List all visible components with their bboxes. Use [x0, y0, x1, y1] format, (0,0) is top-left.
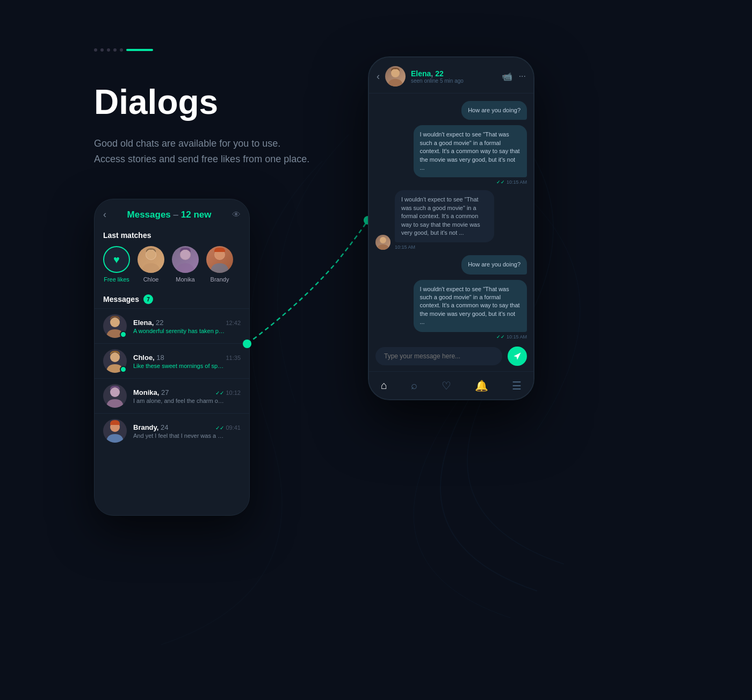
svg-point-8	[110, 387, 120, 397]
chat-avatar-monika	[103, 384, 127, 408]
message-2: I wouldn't expect to see "That was such …	[375, 125, 527, 185]
hide-icon[interactable]: 👁	[232, 210, 241, 220]
chat-avatar-elena	[103, 314, 127, 338]
online-badge-chloe	[120, 366, 127, 373]
svg-point-3	[180, 250, 190, 259]
svg-point-6	[110, 317, 120, 327]
progress-indicator	[94, 48, 153, 52]
chat-name-brandy: Brandy, 24	[133, 423, 169, 431]
chat-name-chloe: Chloe, 18	[133, 353, 164, 362]
msg-bubble-recv-1: I wouldn't expect to see "That was such …	[395, 190, 494, 242]
phone-title: Messages – 12 new	[127, 210, 212, 220]
chat-info-elena: Elena, 22 12:42 A wonderful serenity has…	[133, 319, 241, 334]
receiver-avatar-1	[375, 235, 391, 250]
last-matches-label: Last matches	[95, 227, 249, 246]
match-item-brandy[interactable]: Brandy	[206, 246, 233, 283]
chat-info-brandy: Brandy, 24 ✓✓ 09:41 And yet I feel that …	[133, 423, 241, 439]
match-name-brandy: Brandy	[211, 276, 229, 283]
back-button[interactable]: ‹	[103, 209, 106, 220]
bottom-navigation: ⌂ ⌕ ♡ 🔔 ☰	[369, 371, 533, 399]
match-item-free-likes[interactable]: ♥ Free likes	[103, 246, 130, 283]
nav-heart-icon[interactable]: ♡	[442, 379, 451, 392]
match-item-monika[interactable]: Monika	[172, 246, 199, 283]
msg-bubble-sent-1: How are you doing?	[461, 101, 527, 120]
chat-time-monika: ✓✓ 10:12	[215, 389, 241, 396]
messages-count-badge: 7	[143, 294, 153, 304]
free-likes-circle: ♥	[103, 246, 130, 273]
messages-phone: ‹ Messages – 12 new 👁 Last matches ♥ Fre…	[94, 199, 250, 516]
nav-search-icon[interactable]: ⌕	[411, 379, 417, 392]
chat-avatar-brandy	[103, 419, 127, 443]
chat-info-monika: Monika, 27 ✓✓ 10:12 I am alone, and feel…	[133, 388, 241, 404]
chat-back-button[interactable]: ‹	[377, 71, 380, 82]
chat-preview-monika: I am alone, and feel the charm of existe…	[133, 398, 225, 404]
message-4: How are you doing?	[375, 255, 527, 274]
match-avatar-brandy	[206, 246, 233, 273]
chat-item-monika[interactable]: Monika, 27 ✓✓ 10:12 I am alone, and feel…	[95, 378, 249, 413]
hero-section: Dialogs Good old chats are available for…	[94, 83, 309, 167]
chat-time-chloe: 11:35	[226, 355, 241, 361]
message-1: How are you doing?	[375, 101, 527, 120]
dot-5	[120, 48, 123, 52]
chat-item-elena[interactable]: Elena, 22 12:42 A wonderful serenity has…	[95, 308, 249, 343]
svg-point-1	[146, 250, 156, 259]
chat-item-chloe[interactable]: Chloe, 18 11:35 Like these sweet morning…	[95, 343, 249, 378]
svg-point-12	[391, 69, 400, 77]
page-title: Dialogs	[94, 83, 309, 121]
chat-partner-name: Elena, 22	[411, 69, 496, 78]
chat-item-brandy[interactable]: Brandy, 24 ✓✓ 09:41 And yet I feel that …	[95, 413, 249, 448]
match-name-monika: Monika	[176, 276, 194, 283]
send-button[interactable]	[508, 347, 527, 366]
nav-menu-icon[interactable]: ☰	[512, 379, 522, 392]
chat-partner-status: seen online 5 min ago	[411, 78, 496, 84]
msg-bubble-sent-4: I wouldn't expect to see "That was such …	[414, 280, 527, 332]
nav-home-icon[interactable]: ⌂	[381, 379, 387, 392]
hero-subtitle: Good old chats are available for you to …	[94, 136, 309, 167]
phone-header: ‹ Messages – 12 new 👁	[95, 199, 249, 227]
progress-bar-active	[126, 49, 153, 51]
msg-time-recv-1: 10:15 AM	[395, 244, 527, 250]
msg-bubble-sent-3: How are you doing?	[461, 255, 527, 274]
svg-point-7	[110, 352, 120, 362]
chat-preview-elena: A wonderful serenity has taken possessio…	[133, 328, 225, 334]
match-item-chloe[interactable]: Chloe	[138, 246, 164, 283]
match-avatar-monika	[172, 246, 199, 273]
chat-partner-avatar	[385, 66, 406, 86]
messages-section-label: Messages 7	[95, 291, 249, 308]
message-input[interactable]	[375, 347, 502, 365]
free-likes-label: Free likes	[104, 276, 129, 283]
svg-point-13	[380, 237, 386, 243]
chat-avatar-chloe	[103, 349, 127, 373]
chat-input-area	[369, 341, 533, 371]
msg-time-5: ✓✓ 10:15 AM	[496, 334, 527, 340]
chat-preview-chloe: Like these sweet mornings of spring whic…	[133, 363, 225, 369]
message-5: I wouldn't expect to see "That was such …	[375, 280, 527, 340]
chat-header-actions: 📹 ···	[502, 71, 526, 82]
online-badge-elena	[120, 331, 127, 338]
message-3: I wouldn't expect to see "That was such …	[375, 190, 527, 250]
dot-1	[94, 48, 97, 52]
subtitle-line1: Good old chats are available for you to …	[94, 136, 309, 151]
chat-phone: ‹ Elena, 22 seen online 5 min ago 📹 ··· …	[368, 56, 534, 400]
chat-time-brandy: ✓✓ 09:41	[215, 424, 241, 431]
more-options-icon[interactable]: ···	[519, 71, 526, 82]
msg-time-2: ✓✓ 10:15 AM	[496, 179, 527, 185]
chat-info-chloe: Chloe, 18 11:35 Like these sweet morning…	[133, 353, 241, 369]
chat-time-elena: 12:42	[226, 320, 241, 326]
check-delivered-brandy: ✓✓	[215, 425, 224, 431]
check-delivered-monika: ✓✓	[215, 390, 224, 396]
subtitle-line2: Access stories and send free likes from …	[94, 151, 309, 167]
chat-preview-brandy: And yet I feel that I never was a greate…	[133, 432, 225, 439]
matches-row: ♥ Free likes Chloe	[95, 246, 249, 291]
video-call-icon[interactable]: 📹	[502, 71, 512, 82]
match-name-chloe: Chloe	[143, 276, 159, 283]
chat-header: ‹ Elena, 22 seen online 5 min ago 📹 ···	[369, 57, 533, 93]
chat-partner-info: Elena, 22 seen online 5 min ago	[411, 69, 496, 84]
dot-3	[107, 48, 110, 52]
nav-bell-icon[interactable]: 🔔	[475, 379, 488, 392]
heart-icon: ♥	[113, 254, 120, 266]
dot-4	[113, 48, 117, 52]
msg-bubble-sent-2: I wouldn't expect to see "That was such …	[414, 125, 527, 177]
chat-name-elena: Elena, 22	[133, 319, 163, 327]
match-avatar-chloe	[138, 246, 164, 273]
